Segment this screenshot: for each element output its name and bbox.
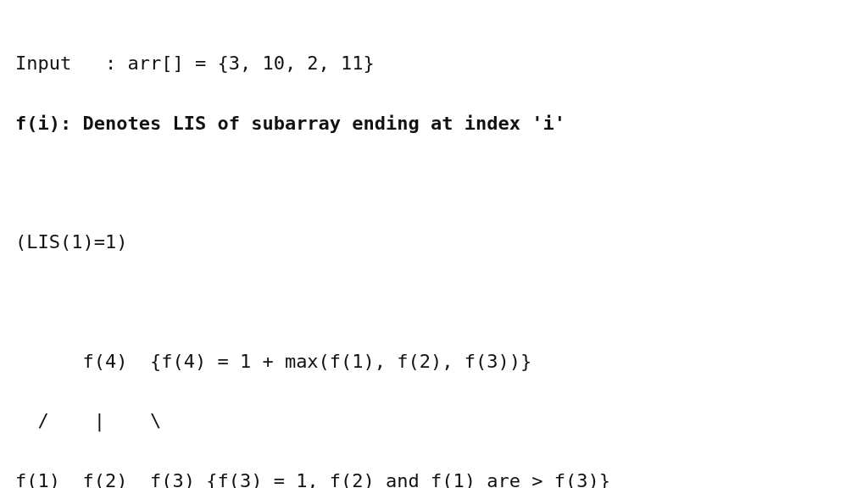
line-tree-row: f(4) {f(4) = 1 + max(f(1), f(2), f(3))} <box>15 351 531 372</box>
line-base-case: (LIS(1)=1) <box>15 231 127 252</box>
line-definition: f(i): Denotes LIS of subarray ending at … <box>15 113 565 134</box>
line-tree-row: f(1) f(2) f(3) {f(3) = 1, f(2) and f(1) … <box>15 470 610 488</box>
code-explanation-block: Input : arr[] = {3, 10, 2, 11} f(i): Den… <box>0 0 868 488</box>
line-input: Input : arr[] = {3, 10, 2, 11} <box>15 53 375 74</box>
line-tree-row: / | \ <box>15 410 161 431</box>
